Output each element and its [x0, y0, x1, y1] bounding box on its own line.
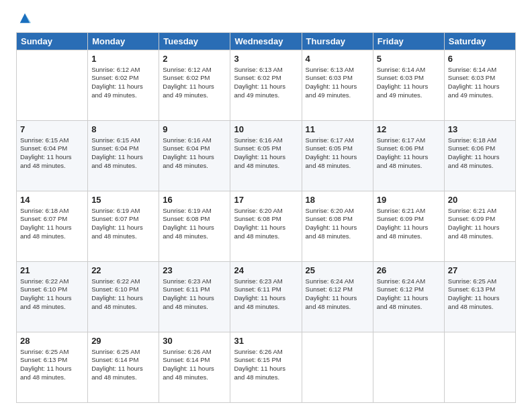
day-info-line: Sunrise: 6:20 AM — [306, 207, 369, 216]
day-number: 14 — [20, 194, 84, 206]
day-info-line: Sunrise: 6:17 AM — [377, 136, 441, 145]
calendar-cell: 18Sunrise: 6:20 AMSunset: 6:08 PMDayligh… — [302, 191, 373, 262]
day-info-line: Sunset: 6:08 PM — [306, 215, 369, 224]
day-info-line: Daylight: 11 hours — [306, 83, 369, 91]
day-number: 5 — [377, 53, 441, 65]
day-number: 7 — [20, 124, 84, 136]
day-info-line: and 48 minutes. — [306, 303, 369, 312]
day-info-line: Sunset: 6:03 PM — [377, 74, 441, 83]
day-info-line: Daylight: 11 hours — [234, 365, 298, 373]
calendar-cell: 11Sunrise: 6:17 AMSunset: 6:05 PMDayligh… — [302, 121, 373, 191]
day-info-line: Sunrise: 6:25 AM — [20, 348, 84, 357]
day-info-line: Sunrise: 6:21 AM — [448, 207, 512, 216]
day-info-line: and 48 minutes. — [20, 373, 84, 382]
day-number: 21 — [20, 265, 84, 277]
day-info-line: Sunset: 6:03 PM — [306, 74, 369, 83]
day-info-line: Sunset: 6:11 PM — [163, 285, 226, 294]
day-number: 9 — [163, 124, 226, 136]
calendar-table: SundayMondayTuesdayWednesdayThursdayFrid… — [16, 32, 516, 403]
day-info-line: Daylight: 11 hours — [91, 224, 155, 232]
week-row-1: 1Sunrise: 6:12 AMSunset: 6:02 PMDaylight… — [17, 50, 516, 121]
day-info-line: and 48 minutes. — [91, 303, 155, 312]
day-number: 19 — [377, 194, 441, 206]
calendar-cell: 16Sunrise: 6:19 AMSunset: 6:08 PMDayligh… — [159, 191, 230, 262]
day-number: 31 — [234, 335, 298, 347]
day-info-line: Sunrise: 6:13 AM — [234, 66, 298, 75]
calendar-cell: 22Sunrise: 6:22 AMSunset: 6:10 PMDayligh… — [88, 262, 159, 332]
week-row-4: 21Sunrise: 6:22 AMSunset: 6:10 PMDayligh… — [17, 262, 516, 332]
day-info-line: Sunset: 6:07 PM — [91, 215, 155, 224]
day-info-line: Sunset: 6:14 PM — [163, 356, 226, 365]
day-number: 4 — [306, 53, 369, 65]
day-number: 12 — [377, 124, 441, 136]
calendar-cell: 17Sunrise: 6:20 AMSunset: 6:08 PMDayligh… — [230, 191, 302, 262]
day-number: 11 — [306, 124, 369, 136]
svg-marker-0 — [20, 13, 30, 24]
day-info-line: and 48 minutes. — [163, 373, 226, 382]
day-info-line: Sunrise: 6:22 AM — [20, 277, 84, 286]
header — [16, 12, 516, 26]
page: SundayMondayTuesdayWednesdayThursdayFrid… — [0, 0, 532, 411]
day-info-line: Sunrise: 6:22 AM — [91, 277, 155, 286]
calendar-cell: 3Sunrise: 6:13 AMSunset: 6:02 PMDaylight… — [230, 50, 302, 121]
day-info-line: Sunrise: 6:12 AM — [163, 66, 226, 75]
weekday-header-row: SundayMondayTuesdayWednesdayThursdayFrid… — [17, 33, 516, 50]
day-info-line: Daylight: 11 hours — [91, 83, 155, 91]
day-info-line: Daylight: 11 hours — [20, 224, 84, 232]
day-number: 23 — [163, 265, 226, 277]
day-info-line: and 48 minutes. — [306, 232, 369, 241]
day-info-line: Daylight: 11 hours — [163, 153, 226, 162]
day-info-line: Sunrise: 6:18 AM — [20, 207, 84, 216]
calendar-cell: 15Sunrise: 6:19 AMSunset: 6:07 PMDayligh… — [88, 191, 159, 262]
day-info-line: Sunset: 6:04 PM — [20, 144, 84, 153]
day-info-line: and 48 minutes. — [91, 373, 155, 382]
calendar-cell — [444, 332, 515, 403]
week-row-5: 28Sunrise: 6:25 AMSunset: 6:13 PMDayligh… — [17, 332, 516, 403]
day-info-line: Sunrise: 6:15 AM — [91, 136, 155, 145]
calendar-cell: 21Sunrise: 6:22 AMSunset: 6:10 PMDayligh… — [17, 262, 88, 332]
day-info-line: Daylight: 11 hours — [377, 294, 441, 303]
calendar-cell — [373, 332, 444, 403]
day-info-line: and 48 minutes. — [163, 162, 226, 171]
day-info-line: Daylight: 11 hours — [234, 83, 298, 91]
day-info-line: and 48 minutes. — [377, 232, 441, 241]
day-number: 30 — [163, 335, 226, 347]
day-info-line: Sunset: 6:03 PM — [448, 74, 512, 83]
day-info-line: Daylight: 11 hours — [20, 365, 84, 373]
day-info-line: Sunrise: 6:25 AM — [448, 277, 512, 286]
day-info-line: and 49 minutes. — [448, 91, 512, 100]
calendar-cell: 6Sunrise: 6:14 AMSunset: 6:03 PMDaylight… — [444, 50, 515, 121]
day-info-line: and 48 minutes. — [91, 162, 155, 171]
day-info-line: Sunrise: 6:15 AM — [20, 136, 84, 145]
day-info-line: Daylight: 11 hours — [163, 365, 226, 373]
day-number: 27 — [448, 265, 512, 277]
day-info-line: Sunrise: 6:23 AM — [234, 277, 298, 286]
day-number: 1 — [91, 53, 155, 65]
day-info-line: Sunset: 6:06 PM — [377, 144, 441, 153]
day-info-line: Daylight: 11 hours — [20, 294, 84, 303]
day-number: 10 — [234, 124, 298, 136]
calendar-cell: 27Sunrise: 6:25 AMSunset: 6:13 PMDayligh… — [444, 262, 515, 332]
calendar-cell: 2Sunrise: 6:12 AMSunset: 6:02 PMDaylight… — [159, 50, 230, 121]
day-number: 8 — [91, 124, 155, 136]
day-info-line: Sunrise: 6:19 AM — [91, 207, 155, 216]
day-info-line: Sunrise: 6:20 AM — [234, 207, 298, 216]
day-info-line: Daylight: 11 hours — [448, 224, 512, 232]
day-number: 26 — [377, 265, 441, 277]
week-row-2: 7Sunrise: 6:15 AMSunset: 6:04 PMDaylight… — [17, 121, 516, 191]
day-info-line: and 48 minutes. — [448, 232, 512, 241]
weekday-header-saturday: Saturday — [444, 33, 515, 50]
weekday-header-friday: Friday — [373, 33, 444, 50]
day-info-line: Sunset: 6:13 PM — [20, 356, 84, 365]
calendar-cell: 7Sunrise: 6:15 AMSunset: 6:04 PMDaylight… — [17, 121, 88, 191]
calendar-cell: 20Sunrise: 6:21 AMSunset: 6:09 PMDayligh… — [444, 191, 515, 262]
calendar-cell: 30Sunrise: 6:26 AMSunset: 6:14 PMDayligh… — [159, 332, 230, 403]
day-number: 13 — [448, 124, 512, 136]
day-info-line: and 48 minutes. — [234, 232, 298, 241]
day-info-line: Sunset: 6:04 PM — [163, 144, 226, 153]
day-info-line: Daylight: 11 hours — [163, 294, 226, 303]
day-info-line: and 48 minutes. — [448, 162, 512, 171]
day-number: 24 — [234, 265, 298, 277]
day-info-line: and 49 minutes. — [306, 91, 369, 100]
day-info-line: Sunset: 6:12 PM — [377, 285, 441, 294]
